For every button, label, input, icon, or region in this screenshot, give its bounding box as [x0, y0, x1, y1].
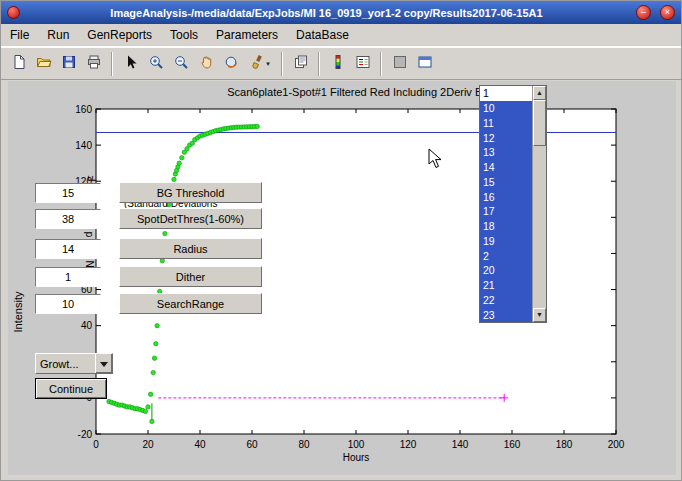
- dropdown-scrollbar[interactable]: ▲ ▼: [532, 86, 546, 322]
- popup-dropdown-arrow-icon[interactable]: [95, 354, 112, 373]
- spotdetthres-button[interactable]: SpotDetThres(1-60%): [119, 208, 262, 229]
- show-plot-tools-button[interactable]: [412, 51, 437, 76]
- title-bar: ImageAnalysis-/media/data/ExpJobs/MI 16_…: [1, 1, 681, 24]
- toolbar-separator: [111, 52, 113, 76]
- svg-text:140: 140: [452, 439, 469, 450]
- dropdown-item-14[interactable]: 14: [480, 160, 532, 175]
- svg-text:60: 60: [246, 439, 258, 450]
- y-axis-label-fragment: d: [83, 232, 94, 238]
- dropdown-item-2[interactable]: 2: [480, 248, 532, 263]
- rotate-3d-icon: [223, 54, 239, 73]
- brush-dropdown-arrow-icon[interactable]: ▾: [266, 60, 270, 68]
- pan-hand-icon: [198, 54, 214, 73]
- menu-file[interactable]: File: [1, 25, 38, 45]
- searchrange-button[interactable]: SearchRange: [119, 293, 262, 314]
- insert-legend-icon: [355, 54, 371, 73]
- brush-data-icon: [249, 54, 265, 73]
- y-axis-label-fragment: F: [87, 175, 98, 181]
- spotdetthres-input[interactable]: 38: [35, 209, 101, 229]
- svg-text:140: 140: [75, 140, 92, 151]
- app-window: ImageAnalysis-/media/data/ExpJobs/MI 16_…: [0, 0, 682, 481]
- zoom-in-button[interactable]: [143, 51, 168, 76]
- growth-popup-label: Growt...: [36, 354, 95, 373]
- y-axis-label: Intensity: [12, 252, 24, 372]
- insert-colorbar-icon: [330, 54, 346, 73]
- zoom-out-button[interactable]: [168, 51, 193, 76]
- toolbar-separator: [318, 52, 320, 76]
- new-file-icon: [11, 54, 27, 73]
- scrollbar-track[interactable]: [533, 100, 546, 308]
- open-file-button[interactable]: [31, 51, 56, 76]
- show-plot-tools-icon: [417, 54, 433, 73]
- menu-database[interactable]: DataBase: [287, 25, 358, 45]
- save-file-button[interactable]: [56, 51, 81, 76]
- dropdown-item-18[interactable]: 18: [480, 219, 532, 234]
- scrollbar-thumb[interactable]: [533, 100, 546, 146]
- dither-input[interactable]: 1: [35, 267, 101, 287]
- minimize-button[interactable]: –: [636, 5, 651, 20]
- svg-text:Hours: Hours: [343, 452, 370, 463]
- close-button[interactable]: ×: [660, 5, 675, 20]
- svg-text:180: 180: [556, 439, 573, 450]
- copy-figure-button[interactable]: [288, 51, 313, 76]
- toolbar-separator: [380, 52, 382, 76]
- select-arrow-button[interactable]: [118, 51, 143, 76]
- select-arrow-icon: [123, 54, 139, 73]
- open-file-icon: [36, 54, 52, 73]
- searchrange-input[interactable]: 10: [35, 294, 101, 314]
- mouse-cursor-icon: [428, 148, 446, 170]
- dropdown-item-21[interactable]: 21: [480, 278, 532, 293]
- menu-tools[interactable]: Tools: [161, 25, 207, 45]
- radius-button[interactable]: Radius: [119, 238, 262, 259]
- value-dropdown-list: 110111213141516171819220212223 ▲ ▼: [479, 85, 547, 323]
- copy-figure-icon: [293, 54, 309, 73]
- insert-colorbar-button[interactable]: [325, 51, 350, 76]
- insert-legend-button[interactable]: [350, 51, 375, 76]
- dropdown-item-1[interactable]: 1: [480, 86, 532, 101]
- growth-popup-menu[interactable]: Growt...: [35, 353, 113, 374]
- dropdown-item-15[interactable]: 15: [480, 175, 532, 190]
- print-figure-button[interactable]: [81, 51, 106, 76]
- zoom-in-icon: [148, 54, 164, 73]
- scroll-up-icon[interactable]: ▲: [533, 86, 546, 100]
- dropdown-item-17[interactable]: 17: [480, 204, 532, 219]
- dropdown-item-12[interactable]: 12: [480, 130, 532, 145]
- radius-input[interactable]: 14: [35, 239, 101, 259]
- menu-genreports[interactable]: GenReports: [78, 25, 161, 45]
- menu-parameters[interactable]: Parameters: [207, 25, 287, 45]
- svg-text:40: 40: [194, 439, 206, 450]
- dropdown-item-20[interactable]: 20: [480, 263, 532, 278]
- svg-text:80: 80: [298, 439, 310, 450]
- dither-button[interactable]: Dither: [119, 266, 262, 287]
- dropdown-item-19[interactable]: 19: [480, 234, 532, 249]
- svg-text:200: 200: [608, 439, 625, 450]
- toolbar: ▾: [1, 47, 681, 80]
- brush-data-button[interactable]: ▾: [243, 51, 276, 76]
- dropdown-item-16[interactable]: 16: [480, 189, 532, 204]
- svg-text:160: 160: [504, 439, 521, 450]
- dropdown-item-13[interactable]: 13: [480, 145, 532, 160]
- zoom-out-icon: [173, 54, 189, 73]
- hide-plot-tools-button[interactable]: [387, 51, 412, 76]
- menu-bar: FileRunGenReportsToolsParametersDataBase: [1, 24, 681, 47]
- rotate-3d-button[interactable]: [218, 51, 243, 76]
- dropdown-items: 110111213141516171819220212223: [480, 86, 532, 322]
- svg-text:40: 40: [81, 320, 93, 331]
- bg-threshold-button[interactable]: BG Threshold: [119, 182, 262, 203]
- svg-text:20: 20: [142, 439, 154, 450]
- pan-hand-button[interactable]: [193, 51, 218, 76]
- continue-button[interactable]: Continue: [35, 378, 107, 399]
- bg-threshold-input[interactable]: 15: [35, 183, 101, 203]
- new-file-button[interactable]: [6, 51, 31, 76]
- dropdown-item-22[interactable]: 22: [480, 293, 532, 308]
- dropdown-item-10[interactable]: 10: [480, 101, 532, 116]
- window-icon: [7, 6, 20, 19]
- hide-plot-tools-icon: [392, 54, 408, 73]
- figure-area: Scan6plate1-Spot#1 Filtered Red Includin…: [8, 81, 676, 475]
- scroll-down-icon[interactable]: ▼: [533, 308, 546, 322]
- svg-text:120: 120: [400, 439, 417, 450]
- dropdown-item-11[interactable]: 11: [480, 116, 532, 131]
- save-file-icon: [61, 54, 77, 73]
- menu-run[interactable]: Run: [38, 25, 78, 45]
- dropdown-item-23[interactable]: 23: [480, 307, 532, 322]
